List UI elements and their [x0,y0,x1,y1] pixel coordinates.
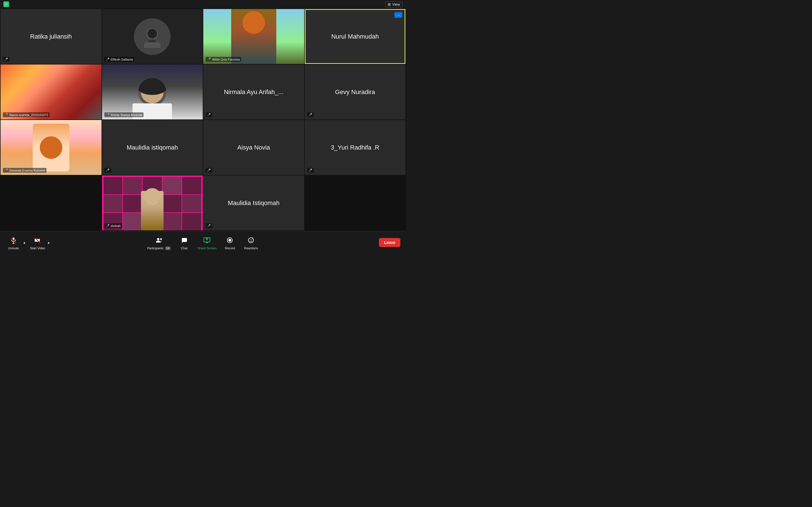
view-button[interactable]: ⊞ View [385,1,403,7]
participant-cell-elfitrah[interactable]: 🎤 Elfitrah Salilama [102,9,203,64]
svg-point-13 [229,239,231,242]
mute-icon: 🎤 [106,113,110,117]
chat-icon [179,235,189,245]
participant-name: Maulidia Istiqomah [225,200,282,207]
mute-icon: 🎤 [207,168,211,172]
participant-cell-nirmala[interactable]: Nirmala Ayu Arifah_... 🎤 [203,64,304,119]
name-label: 🎤 Naura syahida_2010101072 [3,112,50,117]
participant-name-label: Naura syahida_2010101072 [9,113,48,117]
participant-cell-yuri[interactable]: 3_Yuri Radhifa .R 🎤 [305,120,406,175]
participants-icon [154,235,164,245]
name-label: 🎤 elvitrah [104,223,122,228]
participant-name: Ratika juliansih [28,33,75,40]
mute-icon: 🎤 [308,113,312,117]
start-video-label: Start Video [30,246,45,250]
share-screen-label: Share Screen [198,246,216,250]
unmute-label: Unmute [8,246,19,250]
mute-icon: 🎤 [207,224,211,228]
participant-cell-naura[interactable]: 🎤 Naura syahida_2010101072 [1,64,101,119]
mute-icon: 🎤 [106,57,110,61]
participant-name: 3_Yuri Radhifa .R [328,144,382,151]
toolbar-left: Unmute ▲ Start Video ▲ [6,235,51,250]
more-options-button[interactable]: ··· [395,12,402,18]
svg-point-3 [148,29,157,38]
participant-count: 14 [165,246,171,250]
name-label: 🎤 Dewinda Evarina Kusuma [3,168,47,173]
participant-cell-nurul[interactable]: ··· Nurul Mahmudah [305,9,406,64]
participant-cell-empty2 [305,175,406,230]
mute-icon: 🎤 [207,113,211,117]
name-label: 🎤 Elfitrah Salilama [104,57,135,62]
name-label: 🎤 [3,57,10,62]
name-label: 🎤 Alifah Qois Fatunisa [206,57,241,62]
unmute-button[interactable]: Unmute [6,235,21,250]
participant-name-label: Dewinda Evarina Kusuma [9,169,45,172]
leave-button[interactable]: Leave [379,238,400,247]
participant-cell-alifah[interactable]: 🎤 Alifah Qois Fatunisa [203,9,304,64]
video-grid: Ratika juliansih 🎤 🎤 Elfitrah Salilama [0,8,406,231]
record-icon [225,235,235,245]
participant-name: Gevy Nuradira [332,89,378,96]
participant-cell-empty1 [1,175,101,230]
mute-icon: 🎤 [4,168,8,172]
participant-cell-elvitrah[interactable]: 🎤 elvitrah [102,175,203,230]
top-bar: ✓ ⊞ View [0,0,406,8]
mute-icon: 🎤 [4,113,8,117]
share-screen-button[interactable]: Share Screen [198,235,216,250]
svg-point-15 [250,239,250,240]
name-label: 🎤 [206,112,212,117]
svg-point-10 [160,238,162,240]
reactions-icon [246,235,256,245]
chat-button[interactable]: Chat [176,235,192,250]
reactions-button[interactable]: Reactions [243,235,259,250]
toolbar-right: Leave [379,238,400,247]
start-video-button[interactable]: Start Video [30,235,45,250]
mute-icon: 🎤 [207,57,211,61]
participant-name-label: Alifah Qois Fatunisa [212,58,240,61]
toolbar-center: Participants 14 Chat Share Screen [147,235,259,250]
svg-point-14 [248,238,253,243]
mute-icon: 🎤 [308,168,312,172]
bottom-toolbar: Unmute ▲ Start Video ▲ [0,231,406,253]
participant-name: Maulidia istiqomah [124,144,181,151]
participant-name-label: Shinta Septya Amanda [111,113,142,117]
name-label: 🎤 [104,168,111,173]
reactions-label: Reactions [244,246,258,250]
participants-label: Participants 14 [147,246,171,250]
participant-cell-gevy[interactable]: Gevy Nuradira 🎤 [305,64,406,119]
chat-label: Chat [181,246,188,250]
svg-point-9 [157,238,159,240]
name-label: 🎤 [307,168,314,173]
unmute-caret[interactable]: ▲ [22,240,27,245]
grid-icon: ⊞ [388,2,391,6]
participant-name: Nirmala Ayu Arifah_... [221,89,286,96]
participant-name: Nurul Mahmudah [328,33,382,40]
name-label: 🎤 [206,223,212,228]
video-caret[interactable]: ▲ [47,240,51,245]
participant-name: Aisya Novia [235,144,273,151]
mute-icon: 🎤 [106,168,110,172]
mute-icon: 🎤 [106,224,110,228]
name-label: 🎤 [307,112,314,117]
microphone-muted-icon [8,235,18,245]
mute-icon: 🎤 [4,57,8,61]
participant-name-label: elvitrah [111,224,121,228]
record-button[interactable]: Record [222,235,238,250]
participant-cell-shinta[interactable]: 🎤 Shinta Septya Amanda [102,64,203,119]
participant-cell-aisya[interactable]: Aisya Novia 🎤 [203,120,304,175]
participants-button[interactable]: Participants 14 [147,235,171,250]
record-label: Record [225,246,235,250]
participant-cell-dewinda[interactable]: 🎤 Dewinda Evarina Kusuma [1,120,101,175]
svg-point-16 [252,239,252,240]
name-label: 🎤 [206,168,212,173]
video-off-icon [33,235,43,245]
security-shield-icon: ✓ [3,1,9,7]
share-screen-icon [202,235,212,245]
participant-name-label: Elfitrah Salilama [111,58,133,61]
participant-cell-ratika[interactable]: Ratika juliansih 🎤 [1,9,101,64]
participant-cell-maulidia2[interactable]: Maulidia Istiqomah 🎤 [203,175,304,230]
participant-cell-maulidia1[interactable]: Maulidia istiqomah 🎤 [102,120,203,175]
name-label: 🎤 Shinta Septya Amanda [104,112,144,117]
view-label: View [392,2,400,6]
